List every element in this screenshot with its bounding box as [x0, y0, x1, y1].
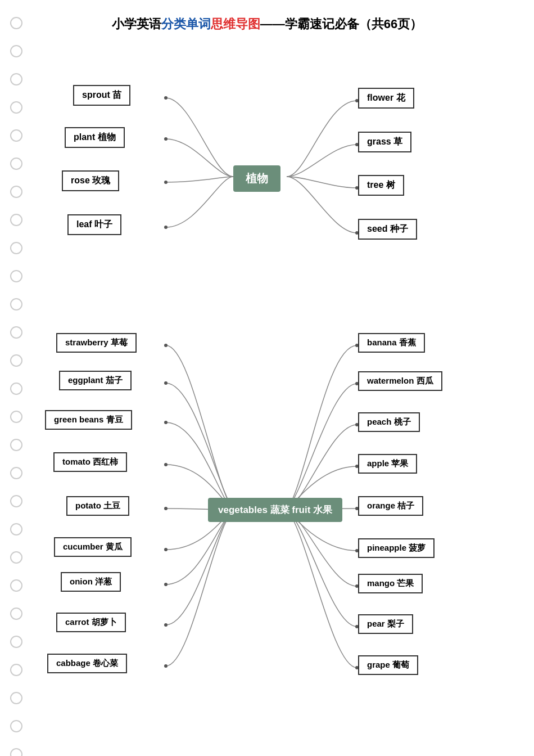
leaf-box: leaf 叶子 [67, 214, 121, 235]
tree-box: tree 树 [358, 175, 404, 196]
banana-box: banana 香蕉 [358, 333, 425, 353]
svg-point-1 [164, 137, 168, 141]
veggies-fruits-center-node: vegetables 蔬菜 fruit 水果 [208, 498, 342, 522]
plant-box: plant 植物 [65, 127, 125, 148]
seed-box: seed 种子 [358, 219, 417, 240]
flower-box: flower 花 [358, 88, 414, 109]
plants-center-node: 植物 [233, 165, 280, 192]
grass-box: grass 草 [358, 132, 411, 152]
apple-box: apple 苹果 [358, 454, 417, 474]
eggplant-box: eggplant 茄子 [59, 371, 132, 390]
pear-box: pear 梨子 [358, 614, 413, 634]
svg-point-14 [164, 583, 168, 586]
svg-point-11 [164, 463, 168, 466]
onion-box: onion 洋葱 [61, 572, 121, 592]
cabbage-box: cabbage 卷心菜 [47, 654, 127, 673]
svg-point-8 [164, 344, 168, 347]
page-title: 小学英语分类单词思维导图——学霸速记必备（共66页） [0, 0, 534, 44]
svg-point-2 [164, 181, 168, 184]
sprout-box: sprout 苗 [73, 85, 130, 106]
orange-box: orange 桔子 [358, 496, 423, 516]
svg-point-3 [164, 226, 168, 229]
cucumber-box: cucumber 黄瓜 [54, 537, 132, 557]
svg-point-0 [164, 96, 168, 100]
mango-box: mango 芒果 [358, 574, 423, 593]
plants-section: 植物 sprout 苗 plant 植物 rose 玫瑰 leaf 叶子 flo… [0, 50, 534, 309]
greenbeans-box: green beans 青豆 [45, 410, 132, 430]
svg-point-13 [164, 548, 168, 551]
svg-point-12 [164, 507, 168, 510]
rose-box: rose 玫瑰 [62, 170, 119, 191]
title-part3: 思维导图 [211, 17, 260, 31]
carrot-box: carrot 胡萝卜 [56, 613, 126, 632]
binding-hole [10, 17, 22, 29]
strawberry-box: strawberry 草莓 [56, 333, 137, 353]
binding-hole [10, 748, 22, 756]
svg-point-10 [164, 421, 168, 424]
watermelon-box: watermelon 西瓜 [358, 371, 442, 391]
veggies-fruits-section: vegetables 蔬菜 fruit 水果 strawberry 草莓 egg… [0, 314, 534, 725]
tomato-box: tomato 西红柿 [53, 452, 127, 472]
svg-point-9 [164, 381, 168, 385]
potato-box: potato 土豆 [66, 496, 129, 516]
svg-point-16 [164, 664, 168, 668]
svg-point-15 [164, 623, 168, 627]
title-part1: 小学英语 [112, 17, 161, 31]
title-part4: ——学霸速记必备（共66页） [260, 17, 422, 31]
pineapple-box: pineapple 菠萝 [358, 538, 435, 558]
peach-box: peach 桃子 [358, 412, 420, 432]
title-part2: 分类单词 [161, 17, 211, 31]
grape-box: grape 葡萄 [358, 655, 418, 675]
